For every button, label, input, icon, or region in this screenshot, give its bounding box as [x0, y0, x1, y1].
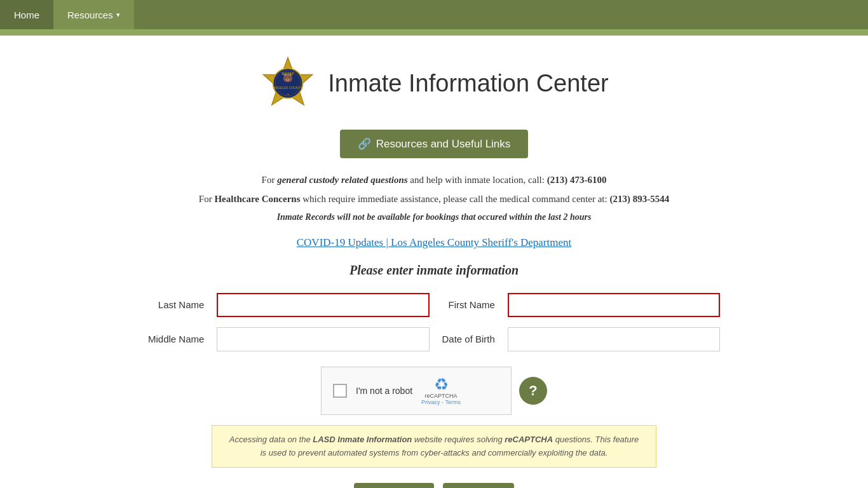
action-buttons: Search Clear	[354, 483, 515, 488]
captcha-warning: Accessing data on the LASD Inmate Inform…	[212, 425, 656, 468]
last-name-input[interactable]	[217, 293, 429, 317]
svg-text:™: ™	[287, 93, 290, 97]
captcha-checkbox[interactable]	[333, 384, 347, 398]
nav-resources[interactable]: Resources ▾	[53, 0, 134, 29]
terms-link[interactable]: Terms	[445, 399, 461, 405]
middle-name-input[interactable]	[217, 327, 429, 351]
chevron-down-icon: ▾	[116, 11, 120, 19]
resources-button[interactable]: 🔗 Resources and Useful Links	[340, 130, 529, 158]
inmate-search-form: Last Name First Name Middle Name Date of…	[148, 293, 720, 351]
recaptcha-brand-label: reCAPTCHA	[424, 393, 457, 399]
last-name-label: Last Name	[148, 299, 204, 310]
privacy-link[interactable]: Privacy	[421, 399, 440, 405]
covid-link[interactable]: COVID-19 Updates | Los Angeles County Sh…	[297, 236, 572, 249]
captcha-row: I'm not a robot ♻ reCAPTCHA Privacy - Te…	[321, 367, 547, 415]
form-title: Please enter inmate information	[349, 263, 519, 278]
healthcare-info: For Healthcare Concerns which require im…	[199, 191, 669, 208]
resources-button-label: Resources and Useful Links	[376, 138, 511, 151]
custody-info: For general custody related questions an…	[199, 172, 669, 189]
first-name-label: First Name	[442, 299, 495, 310]
sheriff-badge-icon: 🐻 ANGELES COUNTY SHERIFF ™	[259, 55, 316, 112]
dob-input[interactable]	[508, 327, 720, 351]
captcha-links: Privacy - Terms	[421, 399, 461, 405]
nav-resources-label: Resources	[67, 10, 113, 20]
help-button[interactable]: ?	[519, 377, 547, 405]
middle-name-label: Middle Name	[148, 334, 204, 344]
info-section: For general custody related questions an…	[199, 172, 669, 230]
captcha-label: I'm not a robot	[356, 386, 412, 396]
recaptcha-branding: ♻ reCAPTCHA Privacy - Terms	[421, 376, 461, 405]
dob-label: Date of Birth	[442, 334, 495, 344]
site-header: 🐻 ANGELES COUNTY SHERIFF ™ Inmate Inform…	[259, 55, 608, 112]
captcha-widget: I'm not a robot ♻ reCAPTCHA Privacy - Te…	[321, 367, 512, 415]
nav-home[interactable]: Home	[0, 0, 53, 29]
navigation: Home Resources ▾	[0, 0, 868, 29]
svg-text:ANGELES COUNTY: ANGELES COUNTY	[274, 86, 303, 90]
clear-button[interactable]: Clear	[443, 483, 515, 488]
first-name-input[interactable]	[508, 293, 720, 317]
header-strip	[0, 29, 868, 36]
booking-notice: Inmate Records will not be available for…	[199, 210, 669, 225]
svg-text:SHERIFF: SHERIFF	[282, 72, 295, 76]
search-button[interactable]: Search	[354, 483, 434, 488]
site-title: Inmate Information Center	[328, 70, 608, 97]
main-content: 🐻 ANGELES COUNTY SHERIFF ™ Inmate Inform…	[0, 36, 868, 488]
link-icon: 🔗	[358, 137, 371, 151]
recaptcha-icon: ♻	[434, 376, 449, 393]
